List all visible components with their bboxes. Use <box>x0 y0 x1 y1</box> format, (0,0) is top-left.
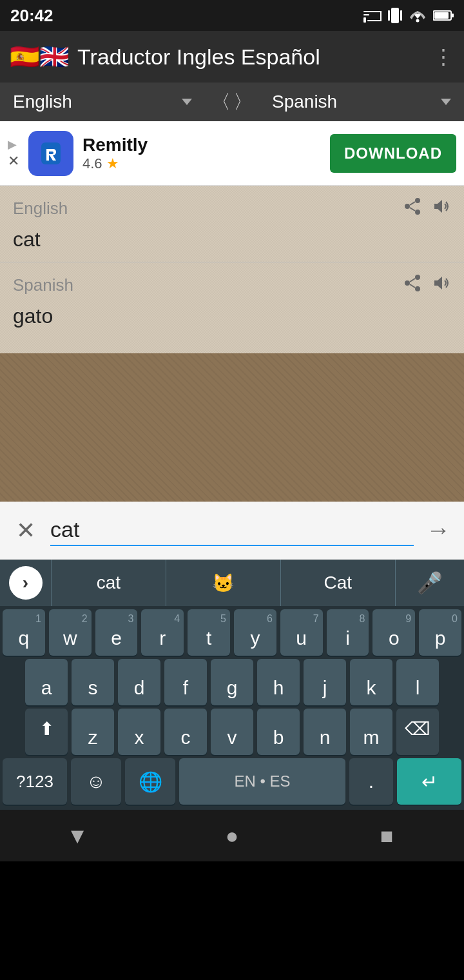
enter-icon: ↵ <box>421 770 438 793</box>
svg-point-19 <box>405 280 410 286</box>
source-share-icon[interactable] <box>403 197 421 220</box>
key-r[interactable]: 4r <box>141 609 184 656</box>
globe-key[interactable]: 🌐 <box>125 758 175 805</box>
keyboard: › cat 🐱 Cat 🎤 1q 2w 3e 4r 5t 6y 7u 8i 9o… <box>0 560 464 810</box>
svg-point-18 <box>415 275 420 280</box>
key-t[interactable]: 5t <box>188 609 230 656</box>
backspace-key[interactable]: ⌫ <box>396 709 439 755</box>
keyboard-row-bottom: ?123 ☺ 🌐 EN • ES . ↵ <box>0 755 464 805</box>
app-flags: 🇪🇸 🇬🇧 <box>10 43 68 71</box>
ad-rating-value: 4.6 <box>82 155 102 172</box>
key-n[interactable]: n <box>304 709 346 755</box>
key-i[interactable]: 8i <box>327 609 369 656</box>
key-j[interactable]: j <box>304 659 346 705</box>
autocomplete-emoji[interactable]: 🐱 <box>166 560 281 606</box>
home-button[interactable]: ● <box>206 810 258 861</box>
svg-rect-4 <box>380 11 382 21</box>
key-s[interactable]: s <box>72 659 114 705</box>
language-swap-button[interactable]: 〈 〉 <box>205 89 259 115</box>
status-icons <box>363 6 454 24</box>
source-translation-section: English <box>0 186 464 262</box>
key-q[interactable]: 1q <box>3 609 45 656</box>
clear-button[interactable]: ✕ <box>10 517 41 544</box>
autocomplete-mic[interactable]: 🎤 <box>396 560 464 606</box>
texture-background <box>0 353 464 502</box>
source-speaker-icon[interactable] <box>432 197 451 220</box>
target-trans-lang: Spanish <box>13 275 403 295</box>
keyboard-row-3: ⬆ z x c v b n m ⌫ <box>0 705 464 755</box>
key-h[interactable]: h <box>257 659 300 705</box>
shift-key[interactable]: ⬆ <box>25 709 68 755</box>
numbers-key[interactable]: ?123 <box>3 758 67 805</box>
language-bar: English 〈 〉 Spanish <box>0 83 464 121</box>
search-input[interactable] <box>50 514 414 546</box>
key-a[interactable]: a <box>25 659 68 705</box>
key-x[interactable]: x <box>118 709 160 755</box>
svg-rect-12 <box>452 14 454 17</box>
key-d[interactable]: d <box>118 659 160 705</box>
keyboard-row-1: 1q 2w 3e 4r 5t 6y 7u 8i 9o 0p <box>0 606 464 656</box>
autocomplete-cat-cap[interactable]: Cat <box>281 560 396 606</box>
key-b[interactable]: b <box>257 709 300 755</box>
ad-close-area[interactable]: ▶ ✕ <box>8 137 19 170</box>
source-language-label: English <box>13 92 72 112</box>
key-o[interactable]: 9o <box>372 609 415 656</box>
source-trans-actions <box>403 197 451 220</box>
autocomplete-cat[interactable]: cat <box>52 560 166 606</box>
back-button[interactable]: ▼ <box>52 810 103 861</box>
svg-point-15 <box>415 210 420 215</box>
key-k[interactable]: k <box>350 659 392 705</box>
ad-arrow-icon: ▶ <box>8 137 19 152</box>
ad-star-icon: ★ <box>106 155 119 172</box>
period-key[interactable]: . <box>349 758 393 805</box>
ad-app-icon <box>28 131 73 176</box>
target-trans-actions <box>403 274 451 297</box>
ad-app-name: Remitly <box>82 135 321 155</box>
svg-rect-0 <box>363 17 366 23</box>
ad-download-button[interactable]: DOWNLOAD <box>330 134 456 173</box>
key-u[interactable]: 7u <box>280 609 323 656</box>
svg-point-20 <box>415 286 420 291</box>
key-w[interactable]: 2w <box>49 609 92 656</box>
send-button[interactable]: → <box>423 516 454 544</box>
svg-rect-11 <box>434 12 449 19</box>
target-speaker-icon[interactable] <box>432 274 451 297</box>
key-v[interactable]: v <box>211 709 253 755</box>
key-e[interactable]: 3e <box>95 609 138 656</box>
svg-rect-6 <box>391 8 399 23</box>
app-header: 🇪🇸 🇬🇧 Traductor Ingles Español ⋮ <box>0 31 464 83</box>
key-g[interactable]: g <box>211 659 253 705</box>
ad-info: Remitly 4.6 ★ <box>82 135 321 172</box>
svg-rect-8 <box>400 10 402 21</box>
svg-point-13 <box>415 198 420 203</box>
space-key[interactable]: EN • ES <box>179 758 345 805</box>
key-y[interactable]: 6y <box>234 609 276 656</box>
source-language-button[interactable]: English <box>0 83 205 121</box>
source-translation-text: cat <box>13 225 451 254</box>
chevron-left-icon: 〈 <box>211 89 231 115</box>
wifi-icon <box>409 8 427 23</box>
key-z[interactable]: z <box>72 709 114 755</box>
translation-area: English <box>0 186 464 353</box>
emoji-key[interactable]: ☺ <box>71 758 121 805</box>
vibrate-icon <box>388 6 402 24</box>
key-m[interactable]: m <box>350 709 392 755</box>
svg-rect-7 <box>388 10 390 21</box>
svg-rect-5 <box>367 11 382 12</box>
source-lang-arrow <box>182 99 192 105</box>
autocomplete-expand-button[interactable]: › <box>0 560 52 606</box>
enter-key[interactable]: ↵ <box>397 758 461 805</box>
key-l[interactable]: l <box>396 659 439 705</box>
space-label: EN • ES <box>234 772 290 790</box>
recents-button[interactable]: ■ <box>361 810 412 861</box>
key-f[interactable]: f <box>164 659 207 705</box>
key-p[interactable]: 0p <box>419 609 461 656</box>
svg-point-14 <box>405 204 410 209</box>
flag-uk: 🇬🇧 <box>40 43 68 71</box>
ad-rating: 4.6 ★ <box>82 155 321 172</box>
key-c[interactable]: c <box>164 709 207 755</box>
target-language-button[interactable]: Spanish <box>259 83 464 121</box>
more-options-icon[interactable]: ⋮ <box>433 44 454 69</box>
target-share-icon[interactable] <box>403 274 421 297</box>
ad-x-icon[interactable]: ✕ <box>8 153 19 170</box>
